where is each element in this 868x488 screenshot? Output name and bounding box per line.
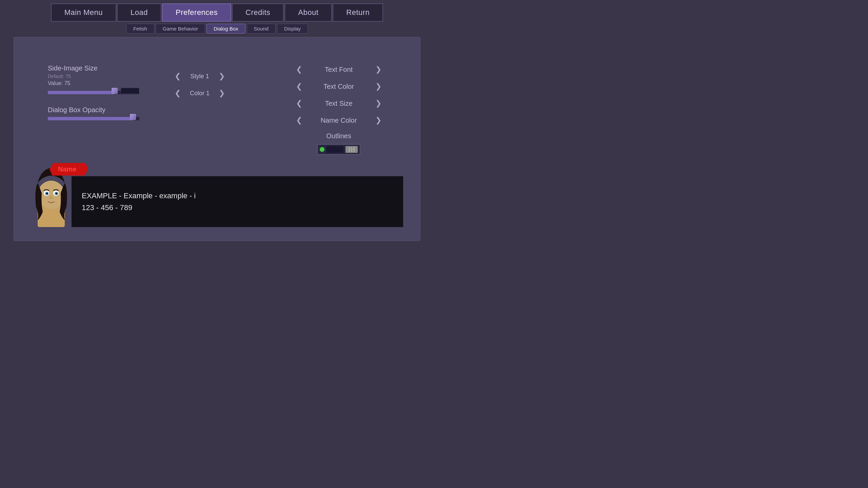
svg-point-8 <box>56 193 58 195</box>
toggle-line-3 <box>354 147 355 152</box>
character-portrait: Name <box>31 163 72 227</box>
dialog-line1: EXAMPLE - Example - example - i <box>82 191 196 200</box>
middle-panel: Style 1 Color 1 <box>173 71 241 105</box>
name-badge: Name <box>49 163 89 176</box>
content-area: Side-Image Size Default: 75 Value: 75 Di… <box>14 37 420 241</box>
style-prev-button[interactable] <box>173 71 182 81</box>
dialog-box-opacity-slider[interactable] <box>48 115 139 122</box>
name-color-prev-button[interactable] <box>295 115 303 125</box>
style-next-button[interactable] <box>217 71 226 81</box>
color-selector: Color 1 <box>173 88 241 98</box>
color-next-button[interactable] <box>217 88 226 98</box>
name-color-row: Name Color <box>295 115 383 125</box>
toggle-line-2 <box>351 147 352 152</box>
text-color-row: Text Color <box>295 81 383 92</box>
subnav-fetish[interactable]: Fetish <box>126 24 154 34</box>
outlines-section: Outlines <box>295 132 383 155</box>
text-size-prev-button[interactable] <box>295 98 303 108</box>
subnav-sound[interactable]: Sound <box>247 24 276 34</box>
subnav-game-behavior[interactable]: Game Behavior <box>156 24 205 34</box>
dialog-box-opacity-label: Dialog Box Opacity <box>48 106 156 114</box>
text-color-prev-button[interactable] <box>295 81 303 92</box>
text-size-row: Text Size <box>295 98 383 108</box>
nav-return[interactable]: Return <box>333 3 383 22</box>
side-image-size-label: Side-Image Size <box>48 64 156 72</box>
nav-main-menu[interactable]: Main Menu <box>51 3 116 22</box>
nav-about[interactable]: About <box>284 3 332 22</box>
color-label: Color 1 <box>186 90 213 97</box>
toggle-line-1 <box>349 147 350 152</box>
side-image-size-default: Default: 75 <box>48 74 156 79</box>
top-navigation: Main Menu Load Preferences Credits About… <box>0 0 434 22</box>
text-font-next-button[interactable] <box>374 64 383 75</box>
right-panel: Text Font Text Color Text Size Name Colo… <box>295 64 383 155</box>
name-color-next-button[interactable] <box>374 115 383 125</box>
slider-fill <box>48 91 115 94</box>
dialog-line2: 123 - 456 - 789 <box>82 203 132 212</box>
text-color-label: Text Color <box>307 83 371 90</box>
name-color-label: Name Color <box>307 117 371 124</box>
side-image-size-value: Value: 75 <box>48 80 156 86</box>
preview-area: Name EXAMPLE - Example - example - i 123… <box>31 159 403 227</box>
preview-name: Name <box>58 165 76 173</box>
toggle-lines-block <box>346 146 358 153</box>
toggle-indicator <box>320 147 324 152</box>
settings-wrapper: Side-Image Size Default: 75 Value: 75 Di… <box>31 51 403 227</box>
side-image-size-slider[interactable] <box>48 89 139 96</box>
slider-end-cap <box>121 88 139 94</box>
nav-preferences[interactable]: Preferences <box>162 3 231 22</box>
outlines-toggle[interactable] <box>317 144 360 155</box>
style-label: Style 1 <box>186 73 213 80</box>
name-badge-container: Name <box>50 163 88 176</box>
text-size-next-button[interactable] <box>374 98 383 108</box>
color-prev-button[interactable] <box>173 88 182 98</box>
text-font-label: Text Font <box>307 66 371 74</box>
subnav-dialog-box[interactable]: Dialog Box <box>206 24 245 34</box>
subnav-display[interactable]: Display <box>277 24 308 34</box>
text-font-prev-button[interactable] <box>295 64 303 75</box>
left-panel: Side-Image Size Default: 75 Value: 75 Di… <box>48 64 156 132</box>
toggle-off-block <box>327 146 343 153</box>
opacity-slider-track <box>48 117 139 120</box>
opacity-slider-thumb[interactable] <box>130 114 136 120</box>
opacity-slider-fill <box>48 117 133 120</box>
text-font-row: Text Font <box>295 64 383 75</box>
dialog-box: EXAMPLE - Example - example - i 123 - 45… <box>72 176 403 227</box>
style-selector: Style 1 <box>173 71 241 81</box>
svg-point-7 <box>46 193 48 195</box>
outlines-label: Outlines <box>295 132 383 140</box>
dialog-text: EXAMPLE - Example - example - i 123 - 45… <box>82 190 196 214</box>
text-size-label: Text Size <box>307 100 371 107</box>
nav-credits[interactable]: Credits <box>232 3 284 22</box>
text-color-next-button[interactable] <box>374 81 383 92</box>
nav-load[interactable]: Load <box>117 3 161 22</box>
sub-navigation: Fetish Game Behavior Dialog Box Sound Di… <box>0 22 434 34</box>
slider-thumb[interactable] <box>112 88 118 94</box>
